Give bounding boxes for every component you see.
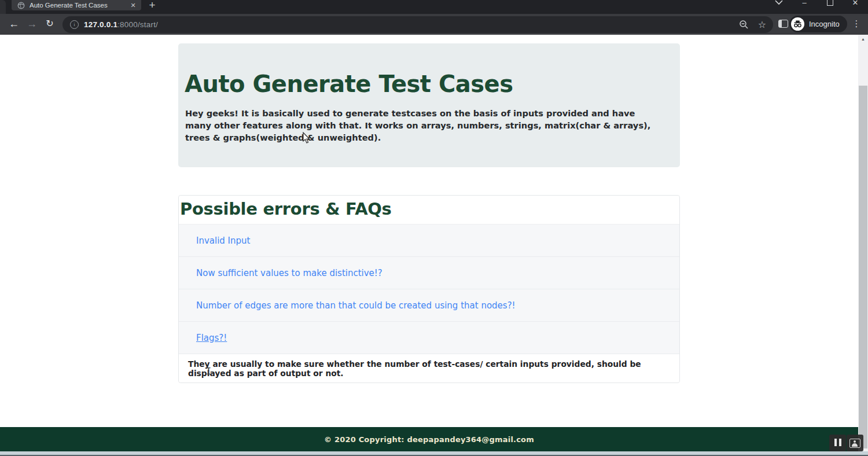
window-chevron-down-icon[interactable] (766, 0, 792, 7)
bookmark-star-icon[interactable]: ☆ (758, 19, 766, 30)
window-controls: – ✕ (766, 0, 868, 9)
mouse-cursor (303, 132, 311, 146)
url-host: 127.0.0.1 (84, 20, 117, 29)
scrollbar-up-arrow-icon[interactable]: ▲ (858, 37, 868, 41)
faq-link-flags[interactable]: Flags?! (196, 333, 227, 343)
tab-title: Auto Generate Test Cases (30, 2, 128, 9)
copyright-text: © 2020 Copyright: deepapandey364@gmail.c… (324, 435, 534, 444)
url-text[interactable]: 127.0.0.1:8000/start/ (84, 20, 739, 29)
browser-toolbar: ← → ↻ i 127.0.0.1:8000/start/ ☆ (0, 14, 868, 35)
zoom-icon[interactable] (739, 20, 749, 30)
text-cursor: I (206, 366, 211, 377)
vertical-scrollbar[interactable]: ▲ (858, 35, 868, 456)
omnibox-right-icons: ☆ (739, 19, 766, 30)
faq-row-number-of-edges[interactable]: Number of edges are more than that could… (179, 289, 679, 322)
refresh-icon[interactable]: ↻ (42, 14, 57, 35)
globe-favicon-icon (17, 2, 25, 9)
browser-tab[interactable]: Auto Generate Test Cases ✕ (12, 0, 141, 10)
incognito-label: Incognito (809, 20, 840, 28)
page-info-icon[interactable]: i (70, 20, 79, 29)
page-description: Hey geeks! It is basically used to gener… (185, 107, 659, 144)
back-icon[interactable]: ← (6, 14, 21, 35)
pause-icon (833, 438, 843, 448)
page-footer: © 2020 Copyright: deepapandey364@gmail.c… (0, 427, 858, 451)
recorder-pause-button[interactable] (829, 435, 846, 451)
faq-row-sufficient-values[interactable]: Now sufficient values to make distinctiv… (179, 257, 679, 289)
address-bar[interactable]: i 127.0.0.1:8000/start/ ☆ (62, 16, 773, 33)
faq-card: Possible errors & FAQs Invalid Input Now… (178, 195, 680, 383)
bottom-edge-strip (0, 451, 868, 456)
faq-heading: Possible errors & FAQs (179, 196, 679, 219)
page-title: Auto Generate Test Cases (185, 71, 513, 97)
faq-link[interactable]: Invalid Input (196, 236, 250, 246)
url-path: :8000/start/ (117, 20, 158, 29)
menu-icon[interactable]: ⋮ (851, 14, 862, 35)
faq-card-header: Possible errors & FAQs (179, 196, 679, 225)
faq-answer-row: They are usually to make sure whether th… (179, 354, 679, 383)
incognito-badge: Incognito (789, 16, 847, 32)
window-maximize-icon[interactable] (817, 0, 843, 8)
faq-link[interactable]: Now sufficient values to make distinctiv… (196, 268, 382, 278)
recorder-camera-button[interactable] (847, 435, 863, 451)
new-tab-button[interactable]: + (146, 0, 159, 12)
camera-overlay-icon (849, 439, 860, 448)
jumbotron: Auto Generate Test Cases Hey geeks! It i… (178, 43, 680, 167)
faq-answer-text: They are usually to make sure whether th… (188, 359, 679, 378)
incognito-icon (791, 17, 804, 31)
scrollbar-thumb[interactable] (859, 86, 867, 448)
faq-link[interactable]: Number of edges are more than that could… (196, 300, 516, 311)
page-content: Auto Generate Test Cases Hey geeks! It i… (0, 35, 858, 456)
faq-row-flags[interactable]: Flags?! (179, 322, 679, 354)
side-panel-icon[interactable] (778, 20, 788, 28)
tab-strip: Auto Generate Test Cases ✕ + – ✕ (0, 0, 868, 14)
tab-close-icon[interactable]: ✕ (128, 2, 138, 9)
faq-row-invalid-input[interactable]: Invalid Input (179, 225, 679, 257)
window-close-icon[interactable]: ✕ (843, 0, 868, 7)
browser-window: Auto Generate Test Cases ✕ + – ✕ ← → ↻ i… (0, 0, 868, 456)
forward-icon[interactable]: → (24, 14, 39, 35)
window-minimize-icon[interactable]: – (792, 0, 817, 7)
